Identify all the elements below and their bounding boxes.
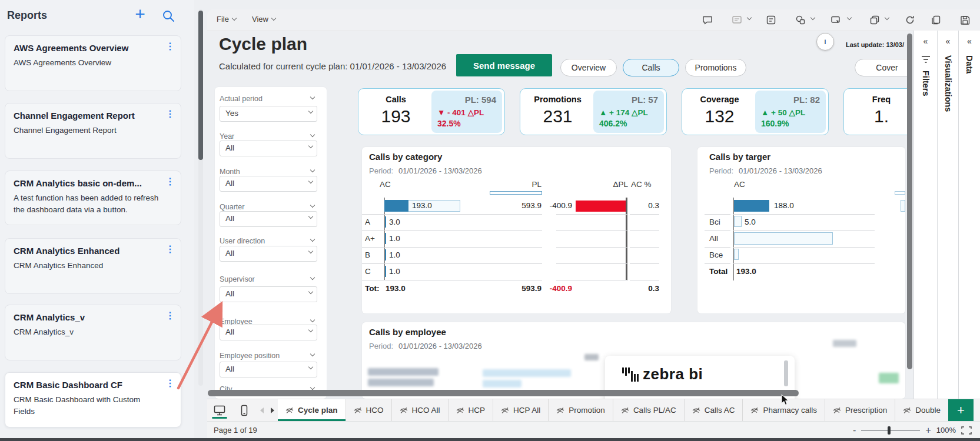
shapes-dropdown-icon[interactable] xyxy=(810,15,815,20)
report-list-item[interactable]: CRM Analytics basic on-dem... A test fun… xyxy=(5,171,181,225)
report-list-item[interactable]: AWS Agreements Overview AWS Agreements O… xyxy=(5,35,181,91)
report-list-item[interactable]: CRM Analytics_v CRM Analytics_v ⋮ xyxy=(5,305,181,360)
copy-icon[interactable] xyxy=(930,14,942,26)
ac-bar[interactable] xyxy=(385,216,386,228)
expand-panel-icon[interactable]: « xyxy=(914,36,937,46)
chevron-down-icon[interactable] xyxy=(310,352,315,356)
page-tab-cycle-plan[interactable]: Cycle plan xyxy=(278,399,346,421)
horizontal-scrollbar[interactable] xyxy=(208,390,799,396)
chevron-down-icon[interactable] xyxy=(310,168,315,172)
zoom-slider[interactable] xyxy=(861,430,920,431)
nav-button-coverage[interactable]: Cover xyxy=(855,59,908,76)
report-list-item[interactable]: Channel Engagement Report Channel Engage… xyxy=(5,103,181,159)
kpi-card-frequency[interactable]: Freq 1. xyxy=(843,88,908,135)
fit-to-page-icon[interactable] xyxy=(961,426,972,435)
expand-panel-icon[interactable]: « xyxy=(959,36,980,46)
page-tab-calls-ac[interactable]: Calls AC xyxy=(685,399,743,421)
chevron-down-icon[interactable] xyxy=(310,318,315,322)
desktop-view-button[interactable] xyxy=(207,399,232,421)
visual-interaction-dropdown-icon[interactable] xyxy=(847,15,852,20)
add-page-button[interactable]: + xyxy=(948,399,974,421)
page-tab-prescription[interactable]: Prescription xyxy=(825,399,895,421)
report-list-item[interactable]: CRM Analytics Enhanced CRM Analytics Enh… xyxy=(5,238,181,294)
popup-scrollbar[interactable] xyxy=(784,360,788,386)
visual-interaction-icon[interactable] xyxy=(830,14,842,26)
page-tab-hcp[interactable]: HCP xyxy=(449,399,494,421)
total-label: Total xyxy=(709,267,727,276)
page-tab-hco[interactable]: HCO xyxy=(346,399,392,421)
next-page-icon[interactable] xyxy=(267,399,278,421)
slicer-label: Quarter xyxy=(220,203,244,211)
blurred-employee-name xyxy=(368,379,434,386)
kebab-menu-icon[interactable]: ⋮ xyxy=(165,379,175,388)
chart-calls-by-category[interactable]: Calls by category Period: 01/01/2026 - 1… xyxy=(362,147,671,313)
ac-bar-total[interactable] xyxy=(734,200,769,212)
chevron-down-icon[interactable] xyxy=(310,95,315,99)
kebab-menu-icon[interactable]: ⋮ xyxy=(165,42,175,51)
save-icon[interactable] xyxy=(959,14,971,26)
comment-icon[interactable] xyxy=(702,14,713,26)
previous-page-icon[interactable] xyxy=(257,399,267,421)
page-tab-hco-all[interactable]: HCO All xyxy=(392,399,449,421)
slide-layout-dropdown-icon[interactable] xyxy=(747,15,752,20)
view-menu[interactable]: View xyxy=(252,15,275,24)
kebab-menu-icon[interactable]: ⋮ xyxy=(165,245,175,254)
kpi-card-coverage[interactable]: Coverage 132 PL: 82 ▲ + 50 △PL 160.9% xyxy=(682,88,829,135)
page-tab-calls-pl-ac[interactable]: Calls PL/AC xyxy=(613,399,685,421)
refresh-icon[interactable] xyxy=(904,14,916,26)
ac-bar[interactable] xyxy=(385,249,386,260)
zebra-bi-logo-icon xyxy=(622,366,639,384)
nav-button-promotions[interactable]: Promotions xyxy=(685,59,746,76)
nav-button-calls[interactable]: Calls xyxy=(623,59,679,76)
kpi-card-calls[interactable]: Calls 193 PL: 594 ▼ - 401 △PL 32.5% xyxy=(358,88,505,135)
search-icon[interactable] xyxy=(161,9,175,23)
report-list-item-selected[interactable]: CRM Basic Dashboard CF CRM Basic Dashboa… xyxy=(5,372,181,427)
dpl-negative-bar[interactable] xyxy=(576,201,626,212)
slicer-value: All xyxy=(225,214,234,223)
chevron-down-icon[interactable] xyxy=(310,132,315,137)
add-report-button[interactable]: + xyxy=(131,5,150,24)
info-button[interactable]: i xyxy=(816,33,834,51)
kpi-card-promotions[interactable]: Promotions 231 PL: 57 ▲ + 174 △PL 406.2% xyxy=(520,88,667,135)
overlap-visuals-icon[interactable] xyxy=(869,14,881,26)
file-menu[interactable]: File xyxy=(217,15,236,24)
zoom-in-button[interactable]: + xyxy=(925,425,931,436)
visualizations-panel-collapsed[interactable]: « Visualizations xyxy=(937,31,958,399)
send-message-button[interactable]: Send message xyxy=(456,54,552,76)
zoom-out-button[interactable]: - xyxy=(853,425,856,436)
report-description: CRM Analytics Enhanced xyxy=(14,260,172,272)
kebab-menu-icon[interactable]: ⋮ xyxy=(165,177,175,186)
page-tab-double[interactable]: Double xyxy=(895,399,948,421)
page-tab-hcp-all[interactable]: HCP All xyxy=(493,399,549,421)
mobile-view-button[interactable] xyxy=(232,399,257,421)
shapes-icon[interactable] xyxy=(795,14,806,26)
kebab-menu-icon[interactable]: ⋮ xyxy=(165,109,175,119)
ac-bar[interactable] xyxy=(385,266,386,277)
data-panel-collapsed[interactable]: « Data xyxy=(958,31,980,399)
nav-button-overview[interactable]: Overview xyxy=(560,59,617,76)
chevron-down-icon[interactable] xyxy=(310,275,315,280)
chart-calls-by-target[interactable]: Calls by targer Period: 01/01/2026 - 13/… xyxy=(697,147,905,313)
sidebar-scrollbar-thumb[interactable] xyxy=(198,11,203,160)
ac-bar-total[interactable] xyxy=(384,200,408,212)
period-label: Period: xyxy=(709,166,733,175)
kpi-value: 1. xyxy=(844,106,908,126)
ac-bar[interactable] xyxy=(385,233,386,244)
kebab-menu-icon[interactable]: ⋮ xyxy=(165,311,175,320)
kpi-label: Promotions xyxy=(520,95,595,104)
expand-panel-icon[interactable]: « xyxy=(938,36,958,46)
text-box-icon[interactable] xyxy=(765,14,777,26)
zoom-slider-thumb[interactable] xyxy=(888,426,891,435)
chevron-down-icon[interactable] xyxy=(310,237,315,242)
kpi-label: Coverage xyxy=(682,95,757,104)
chevron-down-icon[interactable] xyxy=(310,203,315,208)
period-label: Period: xyxy=(369,166,393,175)
page-tab-promotion[interactable]: Promotion xyxy=(549,399,613,421)
overlap-visuals-dropdown-icon[interactable] xyxy=(885,15,889,20)
filter-funnel-icon xyxy=(921,55,931,64)
chevron-down-icon[interactable] xyxy=(310,385,315,390)
vertical-scrollbar[interactable] xyxy=(907,34,912,369)
slide-layout-icon[interactable] xyxy=(731,14,743,26)
filters-panel-collapsed[interactable]: « Filters xyxy=(913,31,937,399)
row-label: A+ xyxy=(365,234,375,243)
